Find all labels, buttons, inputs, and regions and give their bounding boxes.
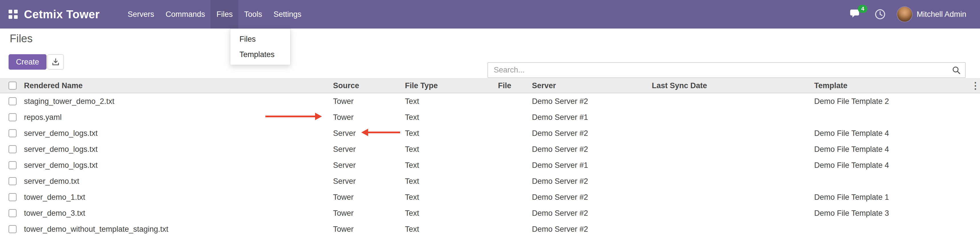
cell-file-type: Text: [401, 173, 495, 189]
user-menu[interactable]: Mitchell Admin: [916, 10, 966, 19]
cell-file: [495, 173, 528, 189]
apps-grid-icon[interactable]: [9, 10, 18, 19]
cell-file: [495, 189, 528, 205]
cell-last-sync-date: [648, 93, 811, 109]
table-row[interactable]: staging_tower_demo_2.txtTowerTextDemo Se…: [0, 93, 980, 109]
table-row[interactable]: server_demo_logs.txtServerTextDemo Serve…: [0, 125, 980, 141]
cell-server: Demo Server #2: [528, 141, 648, 157]
cell-file-type: Text: [401, 141, 495, 157]
column-header-template[interactable]: Template: [811, 78, 971, 93]
cell-end-spacer: [971, 205, 980, 221]
search-input[interactable]: [488, 63, 952, 77]
files-list-table: Rendered Name Source File Type File Serv…: [0, 78, 980, 237]
cell-server: Demo Server #2: [528, 93, 648, 109]
cell-end-spacer: [971, 109, 980, 125]
cell-template: Demo File Template 4: [811, 125, 971, 141]
dropdown-item-templates[interactable]: Templates: [230, 47, 290, 62]
annotation-arrow-right: [266, 116, 316, 117]
cell-source: Tower: [329, 205, 401, 221]
top-navbar: Cetmix Tower Servers Commands Files Tool…: [0, 0, 980, 29]
nav-item-tools[interactable]: Tools: [238, 0, 268, 29]
cell-file-type: Text: [401, 125, 495, 141]
cell-last-sync-date: [648, 173, 811, 189]
search-box: [487, 62, 966, 78]
cell-rendered-name: repos.yaml: [21, 109, 329, 125]
cell-end-spacer: [971, 93, 980, 109]
create-button[interactable]: Create: [9, 54, 46, 70]
row-checkbox[interactable]: [9, 225, 17, 233]
nav-item-commands[interactable]: Commands: [160, 0, 211, 29]
cell-source: Tower: [329, 93, 401, 109]
table-header-row: Rendered Name Source File Type File Serv…: [0, 78, 980, 93]
table-row[interactable]: tower_demo_without_template_staging.txtT…: [0, 221, 980, 237]
cell-file-type: Text: [401, 205, 495, 221]
cell-source: Server: [329, 173, 401, 189]
nav-item-files[interactable]: Files: [211, 0, 238, 29]
cell-file: [495, 125, 528, 141]
cell-rendered-name: tower_demo_without_template_staging.txt: [21, 221, 329, 237]
cell-rendered-name: server_demo_logs.txt: [21, 141, 329, 157]
cell-file-type: Text: [401, 157, 495, 173]
row-checkbox[interactable]: [9, 209, 17, 217]
nav-item-settings[interactable]: Settings: [268, 0, 307, 29]
message-count-badge: 4: [858, 5, 867, 13]
cell-file-type: Text: [401, 109, 495, 125]
page-title: Files: [10, 33, 33, 45]
row-checkbox[interactable]: [9, 193, 17, 201]
cell-template: Demo File Template 4: [811, 157, 971, 173]
main-menu: Servers Commands Files Tools Settings: [122, 0, 307, 29]
cell-last-sync-date: [648, 157, 811, 173]
download-button[interactable]: [48, 54, 64, 70]
cell-file-type: Text: [401, 93, 495, 109]
table-row[interactable]: server_demo.txtServerTextDemo Server #2: [0, 173, 980, 189]
cell-rendered-name: tower_demo_1.txt: [21, 189, 329, 205]
cell-server: Demo Server #2: [528, 173, 648, 189]
cell-last-sync-date: [648, 189, 811, 205]
table-row[interactable]: server_demo_logs.txtServerTextDemo Serve…: [0, 141, 980, 157]
column-header-last-sync-date[interactable]: Last Sync Date: [648, 78, 811, 93]
download-icon: [51, 58, 60, 66]
search-button[interactable]: [952, 66, 961, 75]
cell-template: Demo File Template 1: [811, 189, 971, 205]
dropdown-item-files[interactable]: Files: [230, 32, 290, 47]
column-header-file-type[interactable]: File Type: [401, 78, 495, 93]
app-brand[interactable]: Cetmix Tower: [24, 8, 100, 21]
cell-template: [811, 173, 971, 189]
cell-file: [495, 109, 528, 125]
row-checkbox[interactable]: [9, 113, 17, 121]
annotation-arrow-left: [368, 132, 400, 133]
user-avatar[interactable]: [897, 7, 912, 22]
cell-rendered-name: staging_tower_demo_2.txt: [21, 93, 329, 109]
cell-source: Server: [329, 157, 401, 173]
row-checkbox[interactable]: [9, 129, 17, 137]
column-header-file[interactable]: File: [495, 78, 528, 93]
nav-item-servers[interactable]: Servers: [122, 0, 160, 29]
activities-clock-icon: [874, 9, 886, 20]
cell-end-spacer: [971, 221, 980, 237]
row-checkbox[interactable]: [9, 161, 17, 169]
messages-button[interactable]: 4: [850, 9, 862, 20]
cell-last-sync-date: [648, 141, 811, 157]
row-checkbox[interactable]: [9, 145, 17, 153]
table-row[interactable]: tower_demo_1.txtTowerTextDemo Server #2D…: [0, 189, 980, 205]
cell-rendered-name: server_demo.txt: [21, 173, 329, 189]
cell-last-sync-date: [648, 125, 811, 141]
column-header-server[interactable]: Server: [528, 78, 648, 93]
column-options-icon[interactable]: ⋮: [971, 81, 980, 91]
cell-end-spacer: [971, 189, 980, 205]
cell-source: Tower: [329, 221, 401, 237]
row-checkbox[interactable]: [9, 177, 17, 185]
select-all-checkbox[interactable]: [9, 82, 17, 90]
column-header-rendered-name[interactable]: Rendered Name: [21, 78, 329, 93]
cell-template: Demo File Template 4: [811, 141, 971, 157]
table-row[interactable]: tower_demo_3.txtTowerTextDemo Server #2D…: [0, 205, 980, 221]
cell-server: Demo Server #1: [528, 157, 648, 173]
activities-button[interactable]: [874, 9, 886, 20]
table-row[interactable]: server_demo_logs.txtServerTextDemo Serve…: [0, 157, 980, 173]
cell-end-spacer: [971, 125, 980, 141]
table-row[interactable]: repos.yamlTowerTextDemo Server #1: [0, 109, 980, 125]
cell-last-sync-date: [648, 109, 811, 125]
column-header-source[interactable]: Source: [329, 78, 401, 93]
cell-last-sync-date: [648, 205, 811, 221]
row-checkbox[interactable]: [9, 97, 17, 105]
